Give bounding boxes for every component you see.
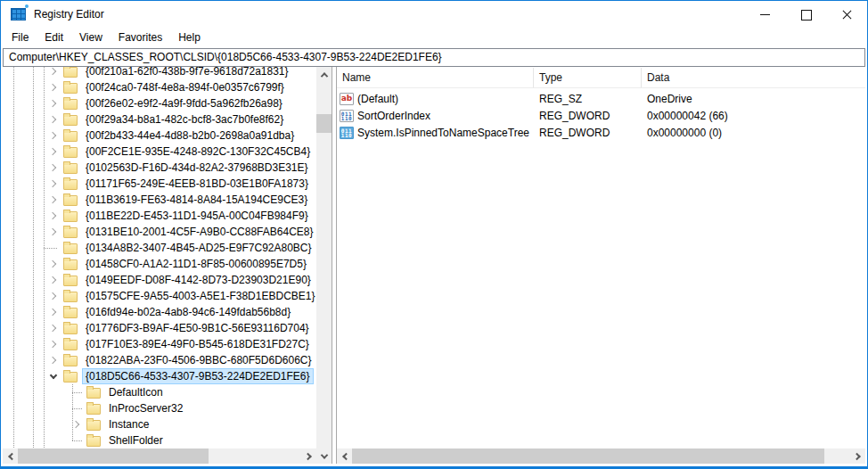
tree-item[interactable]: InProcServer32: [3, 400, 316, 416]
chevron-right-icon[interactable]: [47, 258, 60, 270]
tree-item-label[interactable]: DefaultIcon: [105, 384, 167, 400]
value-data-cell: 0x00000042 (66): [642, 110, 865, 122]
chevron-right-icon[interactable]: [47, 274, 60, 286]
tree-item-label[interactable]: {01822ABA-23F0-4506-9BBC-680F5D6D606C}: [82, 352, 315, 368]
tree-item-label[interactable]: InProcServer32: [105, 400, 186, 416]
tree-item-label[interactable]: {00f2b433-44e4-4d88-b2b0-2698a0a91dba}: [82, 128, 298, 144]
values-horizontal-scrollbar[interactable]: [337, 448, 865, 464]
tree-item[interactable]: DefaultIcon: [3, 384, 316, 400]
close-button[interactable]: [826, 1, 867, 28]
tree-item[interactable]: {01822ABA-23F0-4506-9BBC-680F5D6D606C}: [3, 352, 316, 368]
tree-item[interactable]: {011B3619-FE63-4814-8A84-15A194CE9CE3}: [3, 192, 316, 208]
menu-item-file[interactable]: File: [4, 29, 37, 46]
chevron-right-icon[interactable]: [47, 129, 60, 142]
chevron-right-icon[interactable]: [47, 306, 60, 318]
horizontal-scrollbar-thumb[interactable]: [352, 448, 824, 464]
tree-item[interactable]: {01458CF0-A1A2-11D1-8F85-00600895E7D5}: [3, 256, 316, 272]
tree-item[interactable]: Instance: [3, 416, 316, 432]
column-header-type[interactable]: Type: [534, 68, 642, 87]
vertical-scrollbar-thumb[interactable]: [316, 114, 332, 133]
column-header-data[interactable]: Data: [642, 68, 865, 87]
tree-item-label-selected[interactable]: {018D5C66-4533-4307-9B53-224DE2ED1FE6}: [82, 368, 314, 384]
value-data-cell: 0x00000000 (0): [642, 127, 865, 139]
registry-value-row[interactable]: ab(Default)REG_SZOneDrive: [337, 90, 865, 107]
tree-item-label[interactable]: {00f26e02-e9f2-4a9f-9fdd-5a962fb26a98}: [82, 95, 286, 111]
tree-item[interactable]: {00f2b433-44e4-4d88-b2b0-2698a0a91dba}: [3, 128, 316, 144]
chevron-right-icon[interactable]: [47, 354, 60, 366]
chevron-right-icon[interactable]: [47, 81, 60, 94]
scroll-down-button[interactable]: [316, 448, 332, 464]
tree-item[interactable]: {011BE22D-E453-11D1-945A-00C04FB984F9}: [3, 208, 316, 224]
chevron-right-icon[interactable]: [47, 290, 60, 302]
folder-icon: [86, 404, 101, 415]
registry-editor-window: Registry Editor FileEditViewFavoritesHel…: [0, 0, 868, 469]
tree-item[interactable]: {016fd94e-b02a-4ab8-94c6-149fdab56b8d}: [3, 304, 316, 320]
chevron-glyph: [72, 421, 79, 428]
tree-item-label[interactable]: {0134A8B2-3407-4B45-AD25-E9F7C92A80BC}: [82, 240, 315, 256]
chevron-down-icon[interactable]: [47, 370, 60, 383]
chevron-right-icon[interactable]: [47, 177, 60, 190]
scroll-left-button[interactable]: [3, 448, 18, 464]
tree-item[interactable]: {00f210a1-62f0-438b-9f7e-9618d72a1831}: [3, 67, 316, 79]
tree-item-label[interactable]: {00f29a34-b8a1-482c-bcf8-3ac7b0fe8f62}: [82, 111, 287, 128]
address-bar[interactable]: Computer\HKEY_CLASSES_ROOT\CLSID\{018D5C…: [3, 48, 865, 67]
scroll-right-button[interactable]: [850, 448, 865, 464]
chevron-right-icon[interactable]: [47, 145, 60, 158]
maximize-button[interactable]: [785, 1, 826, 28]
tree-item-label[interactable]: {00F2CE1E-935E-4248-892C-130F32C45CB4}: [82, 144, 314, 160]
tree-item-label[interactable]: {01575CFE-9A55-4003-A5E1-F38D1EBDCBE1}: [82, 288, 316, 304]
tree-item-label[interactable]: Instance: [105, 416, 152, 432]
tree-item[interactable]: {00F2CE1E-935E-4248-892C-130F32C45CB4}: [3, 144, 316, 160]
chevron-right-icon[interactable]: [47, 226, 60, 238]
tree-item[interactable]: {018D5C66-4533-4307-9B53-224DE2ED1FE6}: [3, 368, 316, 384]
tree-item-label[interactable]: {01776DF3-B9AF-4E50-9B1C-56E93116D704}: [82, 320, 313, 336]
tree-item[interactable]: {00f24ca0-748f-4e8a-894f-0e0357c6799f}: [3, 79, 316, 95]
chevron-right-icon[interactable]: [47, 322, 60, 334]
minimize-button[interactable]: [744, 1, 785, 28]
tree-horizontal-scrollbar[interactable]: [3, 448, 316, 464]
tree-item[interactable]: ShellFolder: [3, 432, 316, 448]
chevron-right-icon[interactable]: [47, 210, 60, 222]
tree-item-label[interactable]: {016fd94e-b02a-4ab8-94c6-149fdab56b8d}: [82, 304, 294, 320]
menu-item-help[interactable]: Help: [170, 29, 209, 46]
tree-item-label[interactable]: {0102563D-F16D-434d-82A2-37968BD3E31E}: [82, 160, 312, 176]
tree-vertical-scrollbar[interactable]: [316, 67, 332, 464]
tree-item[interactable]: {01575CFE-9A55-4003-A5E1-F38D1EBDCBE1}: [3, 288, 316, 304]
tree-item[interactable]: {0131BE10-2001-4C5F-A9B0-CC88FAB64CE8}: [3, 224, 316, 240]
tree-item-label[interactable]: {011BE22D-E453-11D1-945A-00C04FB984F9}: [82, 208, 312, 224]
chevron-right-icon[interactable]: [47, 113, 60, 126]
tree-item[interactable]: {00f29a34-b8a1-482c-bcf8-3ac7b0fe8f62}: [3, 111, 316, 128]
tree-item[interactable]: {01171F65-249E-4EEB-81BD-03E1B0FA1873}: [3, 176, 316, 192]
tree-item-label[interactable]: {01458CF0-A1A2-11D1-8F85-00600895E7D5}: [82, 256, 310, 272]
tree-item-label[interactable]: {00f24ca0-748f-4e8a-894f-0e0357c6799f}: [82, 79, 288, 95]
menu-item-favorites[interactable]: Favorites: [111, 29, 170, 46]
tree-item-label[interactable]: {017F10E3-89E4-49F0-B545-618DE31FD27C}: [82, 336, 313, 352]
tree-item-label[interactable]: {0149EEDF-D08F-4142-8D73-D23903D21E90}: [82, 272, 315, 288]
horizontal-scrollbar-thumb[interactable]: [18, 448, 209, 464]
tree-item[interactable]: {00f26e02-e9f2-4a9f-9fdd-5a962fb26a98}: [3, 95, 316, 111]
scroll-right-button[interactable]: [301, 448, 316, 464]
tree-item-label[interactable]: ShellFolder: [105, 432, 167, 448]
column-header-name[interactable]: Name: [337, 68, 534, 87]
tree-item[interactable]: {0134A8B2-3407-4B45-AD25-E9F7C92A80BC}: [3, 240, 316, 256]
registry-value-row[interactable]: 011110System.IsPinnedToNameSpaceTreeREG_…: [337, 124, 865, 141]
registry-value-row[interactable]: 011110SortOrderIndexREG_DWORD0x00000042 …: [337, 107, 865, 124]
tree-item-label[interactable]: {00f210a1-62f0-438b-9f7e-9618d72a1831}: [82, 67, 292, 79]
menu-item-edit[interactable]: Edit: [37, 29, 71, 46]
tree-item[interactable]: {01776DF3-B9AF-4E50-9B1C-56E93116D704}: [3, 320, 316, 336]
tree-item-label[interactable]: {011B3619-FE63-4814-8A84-15A194CE9CE3}: [82, 192, 311, 208]
tree-rows: {00f210a1-62f0-438b-9f7e-9618d72a1831}{0…: [3, 67, 316, 448]
tree-item[interactable]: {017F10E3-89E4-49F0-B545-618DE31FD27C}: [3, 336, 316, 352]
scroll-up-button[interactable]: [316, 67, 332, 82]
chevron-right-icon[interactable]: [47, 97, 60, 110]
menu-item-view[interactable]: View: [71, 29, 111, 46]
tree-item[interactable]: {0102563D-F16D-434d-82A2-37968BD3E31E}: [3, 160, 316, 176]
chevron-right-icon[interactable]: [47, 67, 60, 78]
tree-item-label[interactable]: {0131BE10-2001-4C5F-A9B0-CC88FAB64CE8}: [82, 224, 316, 240]
chevron-right-icon[interactable]: [47, 193, 60, 206]
tree-item[interactable]: {0149EEDF-D08F-4142-8D73-D23903D21E90}: [3, 272, 316, 288]
chevron-right-icon[interactable]: [47, 338, 60, 350]
chevron-right-icon[interactable]: [47, 161, 60, 174]
tree-item-label[interactable]: {01171F65-249E-4EEB-81BD-03E1B0FA1873}: [82, 176, 312, 192]
scroll-left-button[interactable]: [337, 448, 352, 464]
